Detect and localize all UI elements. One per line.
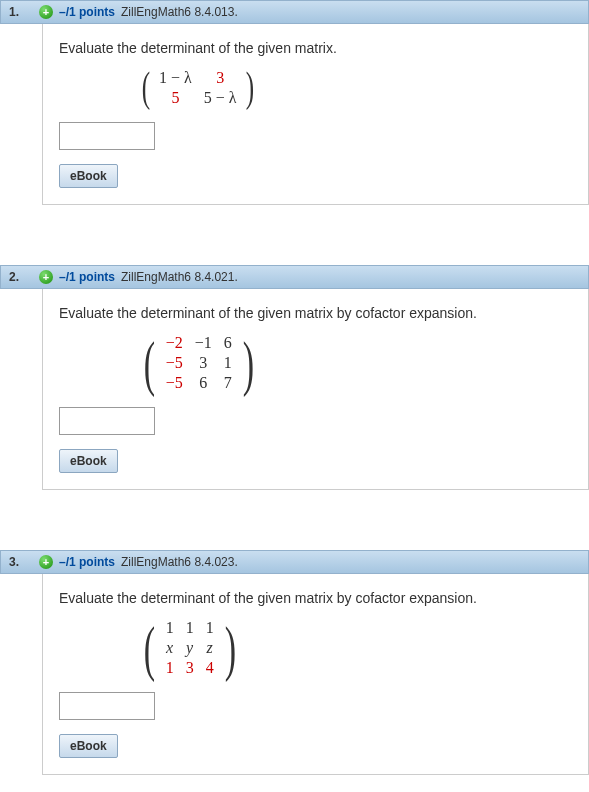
matrix-cell: −5 (160, 373, 189, 393)
source-label: ZillEngMath6 8.4.013. (121, 5, 238, 19)
question-2: 2. + –/1 points ZillEngMath6 8.4.021. Ev… (0, 265, 589, 490)
answer-input[interactable] (59, 692, 155, 720)
matrix-cell: 5 − λ (198, 88, 243, 108)
question-number: 1. (9, 5, 39, 19)
question-number: 3. (9, 555, 39, 569)
answer-input[interactable] (59, 407, 155, 435)
paren-left-icon: ( (144, 624, 155, 672)
source-label: ZillEngMath6 8.4.023. (121, 555, 238, 569)
matrix-cell: 3 (198, 68, 243, 88)
matrix-cell: 6 (218, 333, 238, 353)
matrix-table: −2 −1 6 −5 3 1 −5 6 7 (160, 333, 238, 393)
question-prompt: Evaluate the determinant of the given ma… (59, 590, 572, 606)
matrix-cell: 1 − λ (153, 68, 198, 88)
question-number: 2. (9, 270, 39, 284)
ebook-button[interactable]: eBook (59, 449, 118, 473)
question-1: 1. + –/1 points ZillEngMath6 8.4.013. Ev… (0, 0, 589, 205)
question-prompt: Evaluate the determinant of the given ma… (59, 305, 572, 321)
matrix-cell: 4 (200, 658, 220, 678)
answer-input[interactable] (59, 122, 155, 150)
points-label[interactable]: –/1 points (59, 270, 115, 284)
ebook-button[interactable]: eBook (59, 734, 118, 758)
matrix-cell: −1 (189, 333, 218, 353)
matrix-display: ( 1 1 1 x y z 1 3 4 (139, 618, 572, 678)
paren-right-icon: ) (242, 339, 253, 387)
matrix-cell: z (200, 638, 220, 658)
matrix-cell: x (160, 638, 180, 658)
ebook-button[interactable]: eBook (59, 164, 118, 188)
matrix-cell: 1 (218, 353, 238, 373)
question-header: 1. + –/1 points ZillEngMath6 8.4.013. (0, 0, 589, 24)
source-label: ZillEngMath6 8.4.021. (121, 270, 238, 284)
matrix-cell: y (180, 638, 200, 658)
matrix-cell: 5 (153, 88, 198, 108)
matrix-cell: 1 (200, 618, 220, 638)
plus-icon[interactable]: + (39, 270, 53, 284)
question-3: 3. + –/1 points ZillEngMath6 8.4.023. Ev… (0, 550, 589, 775)
matrix-table: 1 1 1 x y z 1 3 4 (160, 618, 220, 678)
paren-left-icon: ( (142, 70, 150, 106)
question-body: Evaluate the determinant of the given ma… (42, 289, 589, 490)
matrix-cell: 3 (180, 658, 200, 678)
matrix-cell: 1 (160, 658, 180, 678)
paren-right-icon: ) (224, 624, 235, 672)
matrix-cell: 3 (189, 353, 218, 373)
paren-left-icon: ( (144, 339, 155, 387)
matrix-display: ( −2 −1 6 −5 3 1 −5 6 7 (139, 333, 572, 393)
matrix-display: ( 1 − λ 3 5 5 − λ ) (139, 68, 572, 108)
matrix-cell: 7 (218, 373, 238, 393)
matrix-cell: 1 (180, 618, 200, 638)
question-body: Evaluate the determinant of the given ma… (42, 24, 589, 205)
paren-right-icon: ) (245, 70, 253, 106)
matrix-table: 1 − λ 3 5 5 − λ (153, 68, 243, 108)
question-body: Evaluate the determinant of the given ma… (42, 574, 589, 775)
plus-icon[interactable]: + (39, 5, 53, 19)
matrix-cell: 6 (189, 373, 218, 393)
points-label[interactable]: –/1 points (59, 5, 115, 19)
question-header: 2. + –/1 points ZillEngMath6 8.4.021. (0, 265, 589, 289)
question-header: 3. + –/1 points ZillEngMath6 8.4.023. (0, 550, 589, 574)
question-prompt: Evaluate the determinant of the given ma… (59, 40, 572, 56)
matrix-cell: −5 (160, 353, 189, 373)
matrix-cell: −2 (160, 333, 189, 353)
plus-icon[interactable]: + (39, 555, 53, 569)
points-label[interactable]: –/1 points (59, 555, 115, 569)
matrix-cell: 1 (160, 618, 180, 638)
